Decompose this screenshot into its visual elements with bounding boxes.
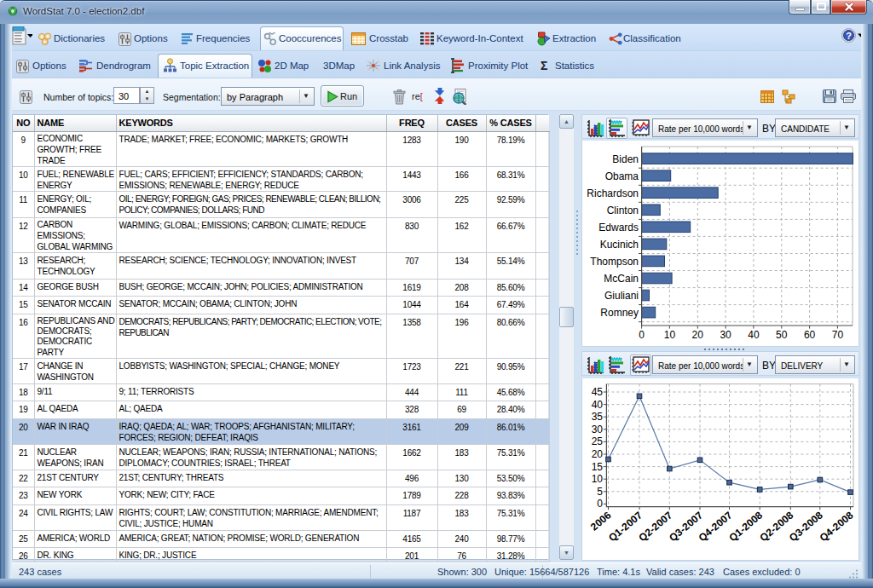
svg-text:Obama: Obama	[605, 170, 639, 182]
svg-text:10: 10	[592, 473, 604, 485]
svg-text:Edwards: Edwards	[598, 222, 639, 233]
svg-text:45: 45	[592, 386, 604, 398]
svg-text:2006: 2006	[588, 509, 614, 533]
svg-text:Giuliani: Giuliani	[604, 290, 639, 302]
svg-text:10: 10	[664, 329, 676, 341]
svg-text:15: 15	[592, 461, 604, 473]
svg-text:50: 50	[776, 329, 788, 341]
svg-text:Thompson: Thompson	[590, 256, 639, 268]
svg-text:60: 60	[804, 329, 816, 341]
svg-text:Richardson: Richardson	[587, 187, 639, 199]
svg-text:5: 5	[597, 486, 603, 498]
svg-text:70: 70	[832, 329, 844, 341]
svg-text:Romney: Romney	[600, 307, 639, 319]
svg-text:Biden: Biden	[612, 153, 639, 165]
svg-text:30: 30	[720, 329, 731, 341]
svg-text:0: 0	[597, 498, 603, 510]
svg-text:20: 20	[692, 329, 704, 341]
svg-text:Q1-2008: Q1-2008	[726, 509, 765, 544]
svg-text:40: 40	[748, 329, 760, 341]
svg-text:40: 40	[592, 399, 604, 411]
svg-text:0: 0	[639, 329, 645, 341]
svg-text:Kucinich: Kucinich	[600, 239, 639, 251]
svg-text:Q4-2008: Q4-2008	[818, 509, 856, 544]
svg-text:30: 30	[592, 424, 604, 435]
svg-text:25: 25	[592, 435, 604, 447]
svg-text:?: ?	[846, 31, 852, 41]
svg-text:McCain: McCain	[604, 273, 639, 285]
svg-text:Clinton: Clinton	[607, 205, 639, 216]
svg-text:35: 35	[592, 411, 604, 423]
svg-text:20: 20	[592, 448, 604, 460]
